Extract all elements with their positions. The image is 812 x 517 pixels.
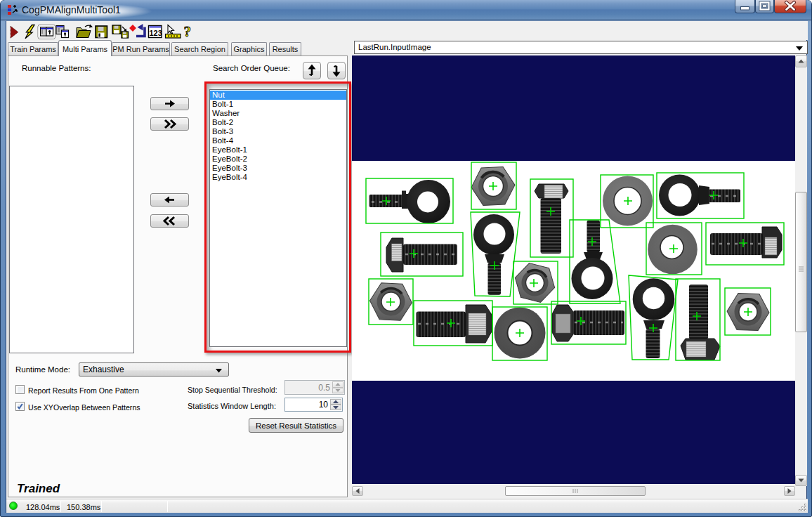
svg-text:123: 123 [150,29,162,37]
svg-text:?: ? [184,23,192,40]
